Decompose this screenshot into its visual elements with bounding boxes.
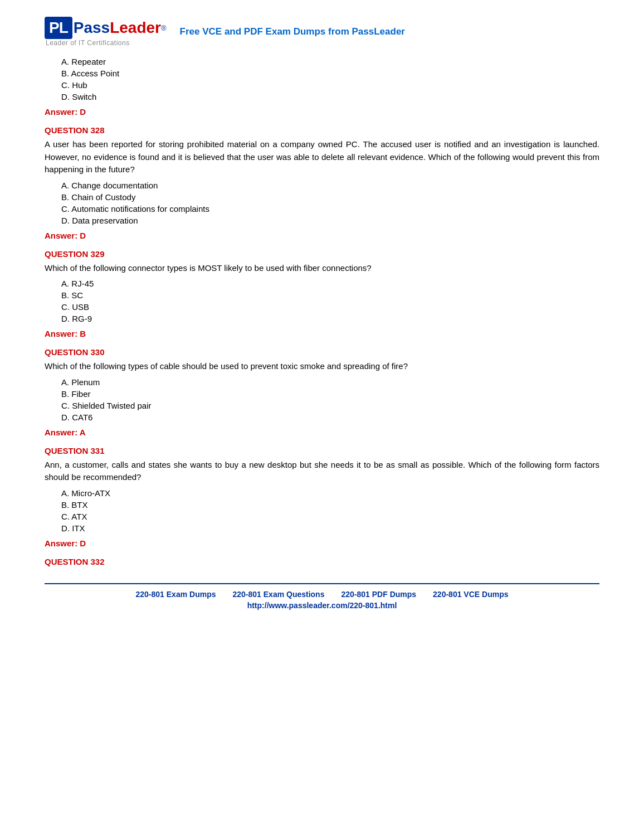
list-item: A. Repeater: [61, 57, 599, 66]
list-item: D. RG-9: [61, 314, 599, 323]
list-item: B. Fiber: [61, 389, 599, 399]
question-329-answer: Answer: B: [45, 329, 599, 338]
question-328-text: A user has been reported for storing pro…: [45, 138, 599, 176]
question-330: QUESTION 330 Which of the following type…: [45, 347, 599, 437]
header: PL PassLeader® Leader of IT Certificatio…: [45, 17, 599, 51]
list-item: C. ATX: [61, 512, 599, 521]
answer-label: Answer:: [45, 329, 77, 338]
list-item: B. SC: [61, 290, 599, 300]
question-329: QUESTION 329 Which of the following conn…: [45, 249, 599, 339]
logo-pl-badge: PL: [45, 17, 72, 39]
logo-main: PL PassLeader®: [45, 17, 167, 39]
question-328-options: A. Change documentation B. Chain of Cust…: [61, 181, 599, 225]
question-331-options: A. Micro-ATX B. BTX C. ATX D. ITX: [61, 488, 599, 533]
logo-pass-text: Pass: [74, 19, 110, 37]
question-328: QUESTION 328 A user has been reported fo…: [45, 125, 599, 240]
footer-links: 220-801 Exam Dumps 220-801 Exam Question…: [136, 590, 509, 599]
answer-label: Answer:: [45, 107, 77, 117]
answer-value: D: [77, 231, 86, 240]
answer-value: D: [77, 539, 86, 548]
question-330-title: QUESTION 330: [45, 347, 599, 357]
question-332-title: QUESTION 332: [45, 557, 599, 566]
list-item: B. Access Point: [61, 69, 599, 78]
question-330-answer: Answer: A: [45, 428, 599, 437]
list-item: D. ITX: [61, 523, 599, 533]
list-item: D. Switch: [61, 92, 599, 101]
question-329-options: A. RJ-45 B. SC C. USB D. RG-9: [61, 279, 599, 323]
list-item: D. CAT6: [61, 413, 599, 422]
intro-answer: Answer: D: [45, 107, 599, 117]
list-item: A. Change documentation: [61, 181, 599, 190]
logo-subtitle: Leader of IT Certifications: [46, 39, 130, 47]
question-328-title: QUESTION 328: [45, 125, 599, 135]
footer-url[interactable]: http://www.passleader.com/220-801.html: [247, 601, 397, 610]
list-item: B. BTX: [61, 500, 599, 510]
list-item: A. RJ-45: [61, 279, 599, 288]
list-item: A. Micro-ATX: [61, 488, 599, 498]
list-item: C. Shielded Twisted pair: [61, 401, 599, 410]
logo-block: PL PassLeader® Leader of IT Certificatio…: [45, 17, 167, 47]
footer-link-0[interactable]: 220-801 Exam Dumps: [136, 590, 216, 599]
answer-label: Answer:: [45, 539, 77, 548]
intro-options-list: A. Repeater B. Access Point C. Hub D. Sw…: [61, 57, 599, 101]
logo-reg: ®: [161, 24, 167, 32]
question-328-answer: Answer: D: [45, 231, 599, 240]
question-330-text: Which of the following types of cable sh…: [45, 360, 599, 373]
answer-value: B: [77, 329, 86, 338]
logo-leader-text: Leader: [110, 19, 161, 37]
question-331-title: QUESTION 331: [45, 446, 599, 455]
footer-link-3[interactable]: 220-801 VCE Dumps: [433, 590, 508, 599]
footer-link-1[interactable]: 220-801 Exam Questions: [232, 590, 324, 599]
list-item: D. Data preservation: [61, 216, 599, 225]
list-item: A. Plenum: [61, 377, 599, 387]
question-331: QUESTION 331 Ann, a customer, calls and …: [45, 446, 599, 548]
question-329-title: QUESTION 329: [45, 249, 599, 259]
question-332: QUESTION 332: [45, 557, 599, 566]
list-item: C. Automatic notifications for complaint…: [61, 204, 599, 214]
question-329-text: Which of the following connector types i…: [45, 262, 599, 275]
list-item: C. USB: [61, 302, 599, 312]
footer-link-2[interactable]: 220-801 PDF Dumps: [341, 590, 416, 599]
question-331-text: Ann, a customer, calls and states she wa…: [45, 459, 599, 484]
answer-value: A: [77, 428, 85, 437]
answer-value: D: [77, 107, 86, 117]
header-tagline: Free VCE and PDF Exam Dumps from PassLea…: [180, 26, 405, 37]
footer: 220-801 Exam Dumps 220-801 Exam Question…: [45, 583, 599, 610]
content: A. Repeater B. Access Point C. Hub D. Sw…: [45, 57, 599, 566]
answer-label: Answer:: [45, 231, 77, 240]
question-330-options: A. Plenum B. Fiber C. Shielded Twisted p…: [61, 377, 599, 422]
answer-label: Answer:: [45, 428, 77, 437]
list-item: C. Hub: [61, 80, 599, 90]
list-item: B. Chain of Custody: [61, 192, 599, 202]
question-331-answer: Answer: D: [45, 539, 599, 548]
